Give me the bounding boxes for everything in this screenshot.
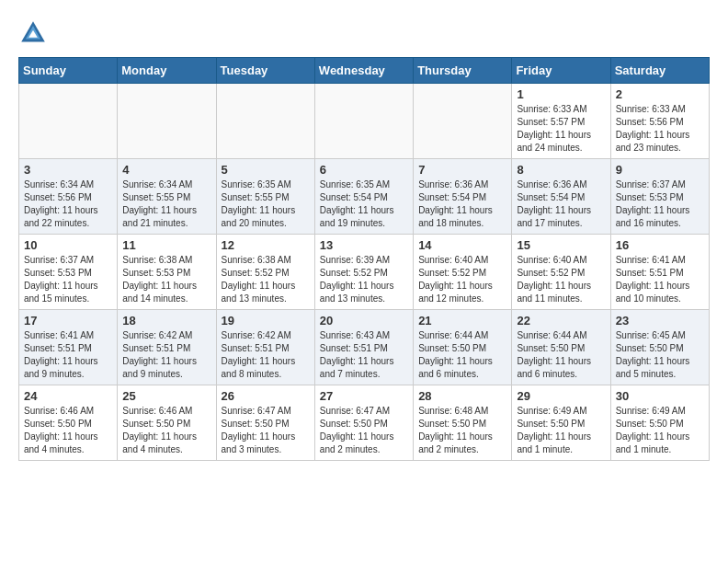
day-number: 27 <box>320 389 408 403</box>
day-number: 14 <box>418 238 506 252</box>
day-number: 8 <box>517 163 605 177</box>
calendar-day: 14Sunrise: 6:40 AM Sunset: 5:52 PM Dayli… <box>414 235 512 310</box>
day-number: 28 <box>418 389 506 403</box>
weekday-header-wednesday: Wednesday <box>314 58 413 84</box>
calendar-day: 9Sunrise: 6:37 AM Sunset: 5:53 PM Daylig… <box>610 159 709 235</box>
day-info: Sunrise: 6:47 AM Sunset: 5:50 PM Dayligh… <box>222 405 310 456</box>
day-number: 29 <box>517 389 605 403</box>
calendar-day: 26Sunrise: 6:47 AM Sunset: 5:50 PM Dayli… <box>216 385 314 461</box>
calendar-day: 17Sunrise: 6:41 AM Sunset: 5:51 PM Dayli… <box>19 310 118 385</box>
calendar-day: 30Sunrise: 6:49 AM Sunset: 5:50 PM Dayli… <box>610 385 709 461</box>
day-number: 22 <box>517 314 605 327</box>
day-info: Sunrise: 6:43 AM Sunset: 5:51 PM Dayligh… <box>320 329 408 381</box>
calendar-day: 3Sunrise: 6:34 AM Sunset: 5:56 PM Daylig… <box>19 159 118 235</box>
day-number: 7 <box>418 163 506 177</box>
calendar-day: 20Sunrise: 6:43 AM Sunset: 5:51 PM Dayli… <box>314 310 413 385</box>
calendar-table: SundayMondayTuesdayWednesdayThursdayFrid… <box>18 57 710 461</box>
day-info: Sunrise: 6:36 AM Sunset: 5:54 PM Dayligh… <box>517 178 605 230</box>
calendar-day: 10Sunrise: 6:37 AM Sunset: 5:53 PM Dayli… <box>19 235 118 310</box>
day-number: 12 <box>222 238 310 252</box>
day-info: Sunrise: 6:35 AM Sunset: 5:55 PM Dayligh… <box>222 178 310 230</box>
day-info: Sunrise: 6:41 AM Sunset: 5:51 PM Dayligh… <box>616 254 704 305</box>
day-number: 15 <box>517 238 605 252</box>
day-info: Sunrise: 6:49 AM Sunset: 5:50 PM Dayligh… <box>616 405 704 456</box>
weekday-header-saturday: Saturday <box>610 58 709 84</box>
day-info: Sunrise: 6:42 AM Sunset: 5:51 PM Dayligh… <box>122 329 210 381</box>
day-info: Sunrise: 6:48 AM Sunset: 5:50 PM Dayligh… <box>418 405 506 456</box>
calendar-week-row: 1Sunrise: 6:33 AM Sunset: 5:57 PM Daylig… <box>19 84 710 159</box>
calendar-day: 2Sunrise: 6:33 AM Sunset: 5:56 PM Daylig… <box>610 84 709 159</box>
weekday-header-tuesday: Tuesday <box>216 58 314 84</box>
calendar-day: 16Sunrise: 6:41 AM Sunset: 5:51 PM Dayli… <box>610 235 709 310</box>
day-number: 5 <box>222 163 310 177</box>
day-number: 24 <box>24 389 112 403</box>
calendar-day: 4Sunrise: 6:34 AM Sunset: 5:55 PM Daylig… <box>118 159 216 235</box>
day-number: 13 <box>320 238 408 252</box>
day-info: Sunrise: 6:46 AM Sunset: 5:50 PM Dayligh… <box>122 405 210 456</box>
day-info: Sunrise: 6:45 AM Sunset: 5:50 PM Dayligh… <box>616 329 704 381</box>
calendar-day <box>118 84 216 159</box>
day-info: Sunrise: 6:44 AM Sunset: 5:50 PM Dayligh… <box>418 329 506 381</box>
calendar-day: 21Sunrise: 6:44 AM Sunset: 5:50 PM Dayli… <box>414 310 512 385</box>
calendar-day: 22Sunrise: 6:44 AM Sunset: 5:50 PM Dayli… <box>512 310 610 385</box>
day-info: Sunrise: 6:33 AM Sunset: 5:57 PM Dayligh… <box>517 103 605 155</box>
calendar-day: 12Sunrise: 6:38 AM Sunset: 5:52 PM Dayli… <box>216 235 314 310</box>
weekday-header-thursday: Thursday <box>414 58 512 84</box>
day-number: 21 <box>418 314 506 327</box>
day-number: 20 <box>320 314 408 327</box>
day-number: 17 <box>24 314 112 327</box>
day-info: Sunrise: 6:49 AM Sunset: 5:50 PM Dayligh… <box>517 405 605 456</box>
day-info: Sunrise: 6:34 AM Sunset: 5:55 PM Dayligh… <box>122 178 210 230</box>
day-number: 1 <box>517 87 605 101</box>
day-number: 9 <box>616 163 704 177</box>
calendar-day: 7Sunrise: 6:36 AM Sunset: 5:54 PM Daylig… <box>414 159 512 235</box>
day-info: Sunrise: 6:38 AM Sunset: 5:52 PM Dayligh… <box>222 254 310 305</box>
calendar-day: 29Sunrise: 6:49 AM Sunset: 5:50 PM Dayli… <box>512 385 610 461</box>
weekday-header-friday: Friday <box>512 58 610 84</box>
calendar-day: 1Sunrise: 6:33 AM Sunset: 5:57 PM Daylig… <box>512 84 610 159</box>
calendar-day: 27Sunrise: 6:47 AM Sunset: 5:50 PM Dayli… <box>314 385 413 461</box>
day-info: Sunrise: 6:38 AM Sunset: 5:53 PM Dayligh… <box>122 254 210 305</box>
day-info: Sunrise: 6:40 AM Sunset: 5:52 PM Dayligh… <box>517 254 605 305</box>
calendar-week-row: 24Sunrise: 6:46 AM Sunset: 5:50 PM Dayli… <box>19 385 710 461</box>
calendar-day <box>314 84 413 159</box>
day-info: Sunrise: 6:33 AM Sunset: 5:56 PM Dayligh… <box>616 103 704 155</box>
day-number: 4 <box>122 163 210 177</box>
day-info: Sunrise: 6:34 AM Sunset: 5:56 PM Dayligh… <box>24 178 112 230</box>
day-info: Sunrise: 6:36 AM Sunset: 5:54 PM Dayligh… <box>418 178 506 230</box>
calendar-week-row: 3Sunrise: 6:34 AM Sunset: 5:56 PM Daylig… <box>19 159 710 235</box>
day-info: Sunrise: 6:46 AM Sunset: 5:50 PM Dayligh… <box>24 405 112 456</box>
day-info: Sunrise: 6:41 AM Sunset: 5:51 PM Dayligh… <box>24 329 112 381</box>
calendar-day: 15Sunrise: 6:40 AM Sunset: 5:52 PM Dayli… <box>512 235 610 310</box>
day-number: 3 <box>24 163 112 177</box>
calendar-day: 23Sunrise: 6:45 AM Sunset: 5:50 PM Dayli… <box>610 310 709 385</box>
day-info: Sunrise: 6:37 AM Sunset: 5:53 PM Dayligh… <box>24 254 112 305</box>
day-info: Sunrise: 6:42 AM Sunset: 5:51 PM Dayligh… <box>222 329 310 381</box>
calendar-day: 6Sunrise: 6:35 AM Sunset: 5:54 PM Daylig… <box>314 159 413 235</box>
day-number: 30 <box>616 389 704 403</box>
day-info: Sunrise: 6:35 AM Sunset: 5:54 PM Dayligh… <box>320 178 408 230</box>
calendar-day: 18Sunrise: 6:42 AM Sunset: 5:51 PM Dayli… <box>118 310 216 385</box>
calendar-day: 11Sunrise: 6:38 AM Sunset: 5:53 PM Dayli… <box>118 235 216 310</box>
calendar-day: 28Sunrise: 6:48 AM Sunset: 5:50 PM Dayli… <box>414 385 512 461</box>
calendar-day: 19Sunrise: 6:42 AM Sunset: 5:51 PM Dayli… <box>216 310 314 385</box>
logo <box>18 18 53 48</box>
day-number: 23 <box>616 314 704 327</box>
weekday-header-sunday: Sunday <box>19 58 118 84</box>
calendar-day <box>414 84 512 159</box>
calendar-week-row: 10Sunrise: 6:37 AM Sunset: 5:53 PM Dayli… <box>19 235 710 310</box>
calendar-day: 24Sunrise: 6:46 AM Sunset: 5:50 PM Dayli… <box>19 385 118 461</box>
calendar-day <box>19 84 118 159</box>
calendar-day: 25Sunrise: 6:46 AM Sunset: 5:50 PM Dayli… <box>118 385 216 461</box>
logo-icon <box>18 18 48 48</box>
calendar-day: 8Sunrise: 6:36 AM Sunset: 5:54 PM Daylig… <box>512 159 610 235</box>
calendar-day: 5Sunrise: 6:35 AM Sunset: 5:55 PM Daylig… <box>216 159 314 235</box>
calendar-day <box>216 84 314 159</box>
day-info: Sunrise: 6:37 AM Sunset: 5:53 PM Dayligh… <box>616 178 704 230</box>
day-number: 19 <box>222 314 310 327</box>
day-number: 26 <box>222 389 310 403</box>
page-header <box>18 18 710 48</box>
day-number: 11 <box>122 238 210 252</box>
day-info: Sunrise: 6:47 AM Sunset: 5:50 PM Dayligh… <box>320 405 408 456</box>
day-number: 25 <box>122 389 210 403</box>
